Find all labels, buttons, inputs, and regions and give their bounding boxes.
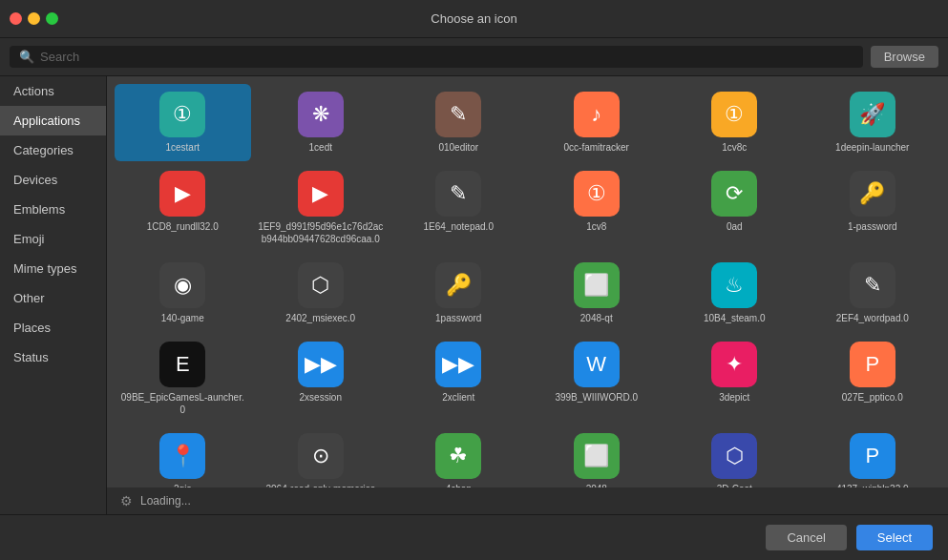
icon-grid-container: ①1cestart❋1cedt✎010editor♪0cc-famitracke… (107, 76, 948, 514)
icon-image-1cestart: ① (159, 92, 205, 137)
sidebar-item-categories[interactable]: Categories (0, 135, 106, 165)
dialog-title: Choose an icon (431, 11, 516, 26)
close-button[interactable] (10, 12, 22, 25)
icon-item-2xsession[interactable]: ▶▶2xsession (253, 334, 390, 424)
icon-item-1cv8[interactable]: ①1cv8 (529, 163, 665, 253)
select-button[interactable]: Select (856, 525, 933, 550)
search-bar: 🔍 Browse (0, 38, 948, 76)
sidebar-item-devices[interactable]: Devices (0, 165, 106, 195)
icon-image-3depict: ✦ (711, 342, 757, 387)
icon-image-3D-Coat: ⬡ (711, 433, 757, 479)
icon-image-027E_pptico: P (850, 342, 895, 387)
icon-label-2xclient: 2xclient (442, 391, 474, 404)
icon-image-2402_msiexec: ⬡ (298, 262, 344, 308)
icon-image-2048: ⬜ (574, 433, 620, 479)
sidebar-item-emblems[interactable]: Emblems (0, 195, 106, 224)
icon-label-027E_pptico: 027E_pptico.0 (842, 391, 903, 404)
icon-item-1CD8_rundll32[interactable]: ▶1CD8_rundll32.0 (115, 163, 251, 253)
icon-label-1-password: 1-password (848, 220, 897, 233)
icon-image-1-password: 🔑 (850, 171, 895, 217)
icon-item-2402_msiexec[interactable]: ⬡2402_msiexec.0 (253, 255, 390, 332)
icon-item-1EF9_d991[interactable]: ▶1EF9_d991f95d96e1c76d2acb944bb09447628c… (253, 163, 390, 253)
cancel-button[interactable]: Cancel (766, 525, 846, 550)
titlebar: Choose an icon (0, 0, 948, 38)
icon-image-4137_winhlp32: P (850, 433, 895, 479)
sidebar-item-actions[interactable]: Actions (0, 76, 106, 106)
icon-label-1cv8c: 1cv8c (722, 141, 747, 154)
icon-image-0ad: ⟳ (711, 171, 757, 217)
icon-image-09BE_EpicGamesLauncher: E (159, 342, 205, 387)
icon-image-1password: 🔑 (435, 262, 481, 308)
icon-item-1-password[interactable]: 🔑1-password (805, 163, 941, 253)
icon-image-1EF9_d991: ▶ (298, 171, 344, 217)
icon-item-2EF4_wordpad[interactable]: ✎2EF4_wordpad.0 (805, 255, 941, 332)
icon-label-0cc-famitracker: 0cc-famitracker (564, 141, 629, 154)
icon-label-140-game: 140-game (161, 312, 204, 324)
icon-image-2EF4_wordpad: ✎ (850, 262, 895, 308)
icon-image-140-game: ◉ (159, 262, 205, 308)
icon-item-2048-qt[interactable]: ⬜2048-qt (529, 255, 665, 332)
icon-label-010editor: 010editor (438, 141, 478, 154)
icon-image-2xsession: ▶▶ (298, 342, 344, 387)
icon-item-1cestart[interactable]: ①1cestart (115, 84, 251, 161)
icon-label-0ad: 0ad (727, 220, 743, 233)
browse-button[interactable]: Browse (871, 46, 938, 68)
icon-item-1deepin-launcher[interactable]: 🚀1deepin-launcher (805, 84, 941, 161)
icon-image-0cc-famitracker: ♪ (574, 92, 620, 137)
icon-label-1CD8_rundll32: 1CD8_rundll32.0 (147, 220, 219, 233)
icon-item-1cv8c[interactable]: ①1cv8c (666, 84, 803, 161)
loading-bar: ⚙ Loading... (107, 487, 948, 514)
icon-label-1cestart: 1cestart (165, 141, 200, 154)
loading-spinner-icon: ⚙ (120, 493, 133, 508)
icon-label-399B_WIIIWORD: 399B_WIIIWORD.0 (555, 391, 638, 404)
icon-label-2EF4_wordpad: 2EF4_wordpad.0 (836, 312, 909, 324)
sidebar-item-places[interactable]: Places (0, 313, 106, 342)
icon-image-4chan: ☘ (435, 433, 481, 479)
icon-image-2gis: 📍 (159, 433, 205, 479)
icon-label-1cedt: 1cedt (309, 141, 332, 154)
icon-image-010editor: ✎ (435, 92, 481, 137)
icon-item-3depict[interactable]: ✦3depict (666, 334, 803, 424)
loading-text: Loading... (140, 494, 191, 508)
icon-label-3depict: 3depict (719, 391, 749, 404)
icon-label-2xsession: 2xsession (300, 391, 342, 404)
icon-label-1cv8: 1cv8 (586, 220, 606, 233)
icon-item-09BE_EpicGamesLauncher[interactable]: E09BE_EpicGamesL-auncher.0 (115, 334, 251, 424)
icon-image-1E64_notepad: ✎ (435, 171, 481, 217)
titlebar-controls (10, 12, 58, 25)
minimize-button[interactable] (28, 12, 40, 25)
sidebar-item-mimetypes[interactable]: Mime types (0, 254, 106, 283)
sidebar: ActionsApplicationsCategoriesDevicesEmbl… (0, 76, 107, 514)
icon-item-1E64_notepad[interactable]: ✎1E64_notepad.0 (390, 163, 527, 253)
icon-item-2xclient[interactable]: ▶▶2xclient (390, 334, 527, 424)
maximize-button[interactable] (46, 12, 58, 25)
icon-image-1cv8: ① (574, 171, 620, 217)
icon-item-0ad[interactable]: ⟳0ad (666, 163, 803, 253)
icon-item-0cc-famitracker[interactable]: ♪0cc-famitracker (529, 84, 665, 161)
icon-item-1password[interactable]: 🔑1password (390, 255, 527, 332)
icon-image-2048-qt: ⬜ (574, 262, 620, 308)
icon-label-2048-qt: 2048-qt (580, 312, 613, 324)
icon-item-140-game[interactable]: ◉140-game (115, 255, 251, 332)
icon-label-1EF9_d991: 1EF9_d991f95d96e1c76d2acb944bb09447628cd… (257, 220, 386, 245)
icon-label-1E64_notepad: 1E64_notepad.0 (424, 220, 494, 233)
sidebar-item-emoji[interactable]: Emoji (0, 224, 106, 254)
sidebar-item-other[interactable]: Other (0, 283, 106, 313)
search-input[interactable] (40, 50, 853, 64)
icon-item-010editor[interactable]: ✎010editor (390, 84, 527, 161)
icon-item-1cedt[interactable]: ❋1cedt (253, 84, 390, 161)
icon-label-1password: 1password (435, 312, 481, 324)
main-content: ActionsApplicationsCategoriesDevicesEmbl… (0, 76, 948, 514)
icon-image-1cv8c: ① (711, 92, 757, 137)
icon-image-2xclient: ▶▶ (435, 342, 481, 387)
search-icon: 🔍 (19, 50, 34, 64)
icon-label-09BE_EpicGamesLauncher: 09BE_EpicGamesL-auncher.0 (118, 391, 247, 416)
icon-label-1deepin-launcher: 1deepin-launcher (835, 141, 909, 154)
icon-item-10B4_steam[interactable]: ♨10B4_steam.0 (666, 255, 803, 332)
icon-image-399B_WIIIWORD: W (574, 342, 620, 387)
icon-item-399B_WIIIWORD[interactable]: W399B_WIIIWORD.0 (529, 334, 665, 424)
icon-item-027E_pptico[interactable]: P027E_pptico.0 (805, 334, 941, 424)
sidebar-item-status[interactable]: Status (0, 342, 106, 372)
sidebar-item-applications[interactable]: Applications (0, 106, 106, 135)
search-input-wrapper: 🔍 (10, 46, 863, 68)
